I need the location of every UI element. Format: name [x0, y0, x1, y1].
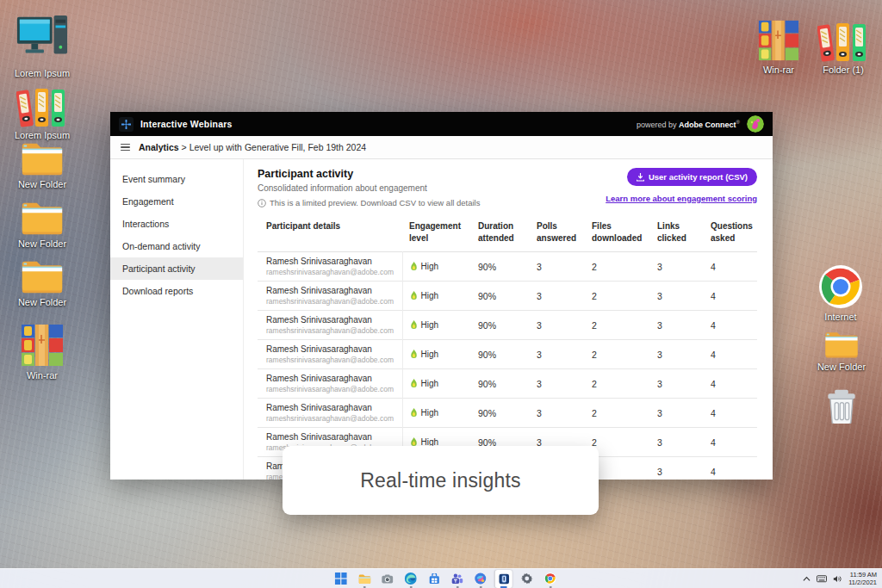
- taskbar-teams-icon[interactable]: [449, 570, 466, 588]
- table-row[interactable]: Ramesh Srinivasaraghavan rameshsrinivasa…: [258, 399, 757, 428]
- taskbar-start-icon[interactable]: [332, 570, 350, 588]
- desktop-icon-label: New Folder: [3, 179, 81, 189]
- links-clicked: 3: [650, 457, 704, 480]
- taskbar: 11:59 AM 11/2/2021: [0, 568, 882, 588]
- taskbar-file-explorer-icon[interactable]: [356, 570, 373, 588]
- tray-chevron-up-icon[interactable]: [803, 576, 811, 582]
- questions-asked: 4: [704, 340, 757, 369]
- duration-attended: 90%: [471, 252, 530, 282]
- taskbar-edge-icon[interactable]: [402, 570, 419, 588]
- links-clicked: 3: [650, 369, 704, 399]
- links-clicked: 3: [650, 428, 704, 457]
- questions-asked: 4: [704, 311, 757, 340]
- questions-asked: 4: [704, 428, 757, 457]
- touch-keyboard-icon[interactable]: [817, 575, 827, 583]
- polls-answered: 3: [530, 311, 585, 340]
- sidebar-item-participant-activity[interactable]: Participant activity: [110, 257, 243, 280]
- desktop-icon-label: Lorem Ipsum: [3, 68, 81, 78]
- taskbar-webinar-app-icon[interactable]: [495, 570, 512, 588]
- desktop-icon-new-folder[interactable]: New Folder: [3, 201, 81, 249]
- taskbar-store-icon[interactable]: [425, 570, 443, 588]
- user-avatar[interactable]: [747, 115, 764, 133]
- desktop-icon-label: Folder (1): [804, 65, 882, 75]
- sidebar-item-download-reports[interactable]: Download reports: [110, 280, 243, 302]
- volume-icon[interactable]: [833, 575, 842, 583]
- links-clicked: 3: [650, 282, 704, 311]
- table-row[interactable]: Ramesh Srinivasaraghavan rameshsrinivasa…: [258, 311, 757, 340]
- table-row[interactable]: Ramesh Srinivasaraghavan rameshsrinivasa…: [258, 252, 757, 282]
- participant-name: Ramesh Srinivasaraghavan: [266, 257, 395, 266]
- webinar-analytics-window: Interactive Webinars powered by Adobe Co…: [110, 112, 773, 480]
- column-header-links-clicked: Links clicked: [650, 216, 704, 252]
- desktop-icon-new-folder[interactable]: New Folder: [803, 331, 880, 372]
- sidebar-item-interactions[interactable]: Interactions: [110, 213, 243, 235]
- duration-attended: 90%: [471, 282, 530, 311]
- engagement-level: High: [410, 320, 465, 330]
- desktop-icon-label: Win-rar: [3, 370, 81, 381]
- engagement-scoring-link[interactable]: Learn more about engagement scoring: [606, 194, 757, 203]
- desktop-icon-lorem-ipsum[interactable]: Lorem Ipsum: [3, 12, 81, 78]
- taskbar-camera-icon[interactable]: [379, 570, 396, 588]
- engagement-flame-icon: [410, 379, 418, 388]
- powered-by-label: powered by Adobe Connect®: [637, 120, 740, 129]
- desktop-icon-win-rar[interactable]: Win-rar: [3, 323, 81, 381]
- column-header-engagement-level: Engagement level: [402, 216, 471, 252]
- limited-preview-notice: This is a limited preview. Download CSV …: [258, 198, 480, 207]
- engagement-level: High: [410, 291, 465, 300]
- desktop-icon-folder-1-[interactable]: Folder (1): [804, 22, 882, 75]
- desktop-icon-label: Internet: [802, 312, 879, 322]
- user-activity-report-csv-button[interactable]: User activity report (CSV): [627, 168, 757, 186]
- sidebar-item-on-demand-activity[interactable]: On-demand activity: [110, 235, 243, 257]
- table-row[interactable]: Ramesh Srinivasaraghavan rameshsrinivasa…: [258, 340, 757, 369]
- analytics-sidebar: Event summaryEngagementInteractionsOn-de…: [110, 159, 244, 480]
- app-title: Interactive Webinars: [140, 119, 233, 129]
- interactive-webinars-logo-icon: [119, 117, 134, 132]
- files-downloaded: 2: [585, 282, 650, 311]
- questions-asked: 4: [704, 252, 757, 282]
- real-time-insights-card: Real-time insights: [283, 446, 599, 515]
- desktop-icon-internet[interactable]: Internet: [802, 264, 879, 322]
- participant-name: Ramesh Srinivasaraghavan: [266, 286, 395, 295]
- taskbar-chrome-icon[interactable]: [542, 570, 559, 588]
- chrome-icon: [802, 264, 879, 309]
- sidebar-item-event-summary[interactable]: Event summary: [110, 168, 243, 190]
- engagement-flame-icon: [410, 408, 418, 418]
- desktop-icon-new-folder[interactable]: New Folder: [3, 141, 81, 189]
- folder-icon: [3, 201, 81, 236]
- table-row[interactable]: Ramesh Srinivasaraghavan rameshsrinivasa…: [258, 282, 757, 311]
- engagement-flame-icon: [410, 262, 418, 271]
- participant-email: rameshsrinivasaraghavan@adobe.com: [266, 385, 395, 393]
- links-clicked: 3: [650, 252, 704, 282]
- engagement-level: High: [410, 408, 465, 418]
- download-icon: [637, 173, 644, 182]
- engagement-flame-icon: [410, 291, 418, 300]
- taskbar-clock[interactable]: 11:59 AM 11/2/2021: [848, 571, 877, 587]
- questions-asked: 4: [704, 369, 757, 399]
- polls-answered: 3: [530, 369, 585, 399]
- desktop-icon-new-folder[interactable]: New Folder: [3, 259, 81, 307]
- taskbar-photos-icon[interactable]: [472, 570, 489, 588]
- computer-icon: [3, 12, 81, 65]
- polls-answered: 3: [530, 282, 585, 311]
- participant-email: rameshsrinivasaraghavan@adobe.com: [266, 268, 395, 276]
- table-row[interactable]: Ramesh Srinivasaraghavan rameshsrinivasa…: [258, 369, 757, 399]
- desktop-icon-lorem-ipsum[interactable]: Lorem Ipsum: [3, 88, 81, 140]
- links-clicked: 3: [650, 311, 704, 340]
- binders-icon: [3, 88, 81, 127]
- page-subtitle: Consolidated information about engagemen…: [258, 183, 480, 193]
- desktop: Lorem Ipsum Lorem Ipsum New Folder New F…: [0, 0, 882, 588]
- winrar-icon: [3, 323, 81, 368]
- files-downloaded: 2: [585, 399, 650, 428]
- polls-answered: 3: [530, 399, 585, 428]
- participant-email: rameshsrinivasaraghavan@adobe.com: [266, 356, 395, 364]
- column-header-duration-attended: Duration attended: [471, 216, 530, 252]
- duration-attended: 90%: [471, 340, 530, 369]
- duration-attended: 90%: [471, 311, 530, 340]
- breadcrumb-text[interactable]: Analytics > Level up with Generative Fil…: [139, 142, 366, 152]
- questions-asked: 4: [704, 282, 757, 311]
- taskbar-settings-icon[interactable]: [519, 570, 536, 588]
- sidebar-item-engagement[interactable]: Engagement: [110, 190, 243, 213]
- desktop-icon-trash[interactable]: [803, 389, 880, 424]
- menu-hamburger-icon[interactable]: [121, 144, 130, 152]
- links-clicked: 3: [650, 399, 704, 428]
